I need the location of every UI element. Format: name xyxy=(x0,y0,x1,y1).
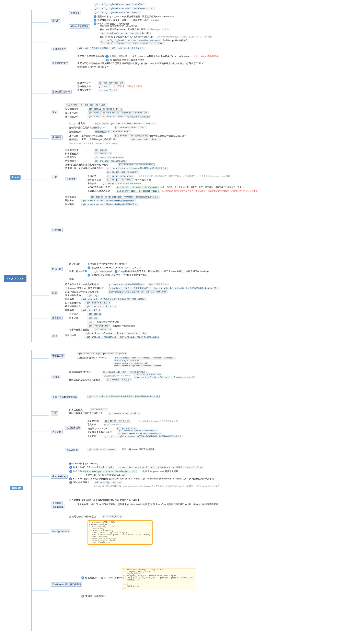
gitignore-exclude: 设置自己已经定制好的排除文件 xyxy=(77,62,109,65)
gitignore-global-label: 设置自己已经定制好的排除文件 xyxy=(77,66,109,68)
remote-daily-label: 日常操作 xyxy=(51,430,63,434)
remote-add-config: 添加远程后自动添加 2 个 config xyxy=(102,374,130,377)
git-log-cmd: git log xyxy=(87,317,98,319)
gitignore-detail2: 2 将 .gitignore 文件加入版本库并提交 xyxy=(106,59,144,62)
merge-no-commit2-label: 后台合并再后后台提交 xyxy=(87,186,110,188)
version-init-label: 初始化版本库 xyxy=(51,47,67,51)
tag-latest-label: 给当前分支最近一次提交添加标签 xyxy=(65,283,99,286)
global-vars-label: 全局变量 xyxy=(69,11,81,15)
status-cmd-label: 当前状态 xyxy=(69,313,78,316)
continue-label: 继续 xyxy=(69,278,74,280)
add-txt-cmd: git add '*.txt' xyxy=(98,89,118,92)
branch-checkout-cmd: git checkout <branchname> xyxy=(94,160,127,162)
checkout-3-label: 撤销所有文件 xyxy=(69,130,83,133)
create-bare-label: 创建一个无本地分支的库 xyxy=(51,395,78,399)
delete-merged-cmd: git branch -d new2 如果分支没有被合并会报告失败 xyxy=(81,199,136,202)
merge-common-label: 普通合并 xyxy=(87,175,96,178)
branch-new-label: 创建新分支 xyxy=(65,156,76,159)
diff-note: 3 追加之后与orig相比 .orig 文件（冲突解决之前的文件备份） xyxy=(87,274,150,276)
export-label: 导出版本库 xyxy=(65,334,76,337)
fetch-default-label: 取到默认的 xyxy=(87,420,99,422)
push-note: 远程没有 master 不能直连当前库 xyxy=(122,448,154,451)
gitk-branch-cmd: gitk <branchname> 查看当前分支历史记录 xyxy=(87,324,135,327)
branch-checkout-label: 切换到分支 xyxy=(65,160,76,162)
pull-label: 相当于 git pull origin xyxy=(87,427,107,430)
mindmap-container: msysGit1.7.1 Local Remote 初始化 全局变量 git c… xyxy=(0,0,358,644)
pull-d-label: 取到所有 xyxy=(87,435,96,438)
clone-repo-label: 克隆版本库 xyxy=(51,354,65,358)
gitk-cmd-row: gitk 查看当前分支历史记录 xyxy=(87,321,119,324)
commit-msg2-cmd: git commit -m 'add msg to readme.txt' re… xyxy=(87,112,149,114)
others-label: 其它 xyxy=(51,334,58,338)
remote-section-label: Remote xyxy=(10,486,23,490)
show-tag-label: 显示标签列表为 xyxy=(65,294,81,297)
add-all-label: 添加所有文件 xyxy=(77,85,91,88)
commit-msg2-label: 提交多个文件 xyxy=(65,112,78,114)
dashboard-note: 进入 Dashboard Tab页，点击 New Reposotory 按钮 免… xyxy=(69,498,140,502)
clone-fetch-config: remote.origin.fetch=+refs/heads/*.refs/r… xyxy=(114,356,176,367)
gitignore-exclude-detail: 设置自己已经定制好的排除文件 git 的obj/exclude 文件 可使程序员… xyxy=(106,62,204,65)
add-all-cmd: git add * 包括子目录，但不包含空目录 xyxy=(98,85,142,88)
ssh-step2: 2 生成 SSH Key xyxy=(69,470,87,473)
archive-cmd: git archive --format=zip head=zip name/i… xyxy=(85,332,147,335)
tag-v1-cmd: 为某个历史提交一次提交创建标签 git tag 1.1.4ef616f65 xyxy=(108,290,168,293)
branch-list-local-label: 列出本地分支 xyxy=(65,149,78,152)
fetch-section-label: 从远程库获取 xyxy=(65,426,81,430)
merge-no-commit-cmd: git merge --no-commit 合并不提交本身 xyxy=(106,178,151,181)
branch-new-cmd: git branch <branchname> xyxy=(94,156,124,159)
clone-remote-section-label: 克隆版本库 xyxy=(51,505,65,509)
commit-cmd-main: git commit -m 'add all txt files' xyxy=(65,104,108,106)
checkout-12-label: 默认1、2个文件 xyxy=(69,122,85,125)
clone-new-note: 进入刚创建，点击 Clone 来这按库钮时，然后使用 git clone 命令到… xyxy=(77,503,218,506)
global-email-cmd: git config --global user.email 'zahufan@… xyxy=(94,7,155,10)
merge-no-commit2-cmd: git merge --no-commit <bran/name> 为何一个名存… xyxy=(116,186,244,188)
reset-label: 撤销提交 xyxy=(69,138,78,141)
reset-note: 不能在当前分支里有不甲常、还原整个工作目个*相当于"" xyxy=(69,142,120,145)
branch-empty2-cmd: git branch emputy2 emputy. xyxy=(106,171,140,173)
commit-msg1-cmd: git commit -m 'some msg' -a xyxy=(87,108,123,110)
fetch-desc1: 例: git fetch origin origin 是远程库的默认名别 xyxy=(138,420,178,422)
gitignore-note1: 设置每个人都能简单操纵的文件 xyxy=(77,55,109,58)
global-user-cmd: git config --global user.name "zhahufan" xyxy=(94,3,145,6)
commit-label: 提交 xyxy=(51,110,58,114)
tag-contacts-cmd: 为 Contacts 分类最后一次提交创建标签 git tag contacts… xyxy=(108,287,220,290)
branch-checkout-b-cmd: git checkout -b <branchname> xyxy=(118,163,155,166)
keygen-desc: 生成的 SSH Key 保存在 C:\Users\chi.ssh xyxy=(85,474,125,476)
branch-tag1-label: 由标签创建分支 xyxy=(65,302,81,304)
list-remote-branch-label: 列出远程分支 xyxy=(69,408,83,411)
delete-tag-label: 删除标签 xyxy=(65,309,74,312)
archive2-cmd: git archive --format=zip --prefix=nb1.0/… xyxy=(85,336,160,338)
daily-ops-label: 日常操作 xyxy=(51,228,63,232)
commit-amend-label: 修补提交文件 xyxy=(65,115,78,118)
revert-note: 相当于该提交最近一次提交之前的操作 xyxy=(149,134,187,137)
checkout-3-cmd: 撤销所有文件 git checkout head. xyxy=(94,130,131,133)
ssh-agent-section-label: 让 ssh-agent 替我们记住密码 xyxy=(51,582,82,586)
branch-empty1-cmd: git branch emputy bfe57de0 用来重置一小历史到新源方便 xyxy=(106,167,168,170)
clone-cmd: git clone <url> 例: git clone d:\git\nb xyxy=(77,352,127,355)
remote-branch-label: 分支 xyxy=(51,412,58,416)
init-bare-cmd: git init --bare 当需要一个公用的中央库时，事先请我创建建 bar… xyxy=(87,395,160,398)
remote-add-config-detail: remote.origin.id=d \usb remote.origin.fe… xyxy=(134,373,196,378)
tag-section-label: 标签 xyxy=(51,291,58,295)
cp-id-cmd: $ cp id_rsa* key_backup /.ssh 默认是 C:\Use… xyxy=(138,466,204,469)
add-txt-label: 添加所有文件 xyxy=(77,89,91,92)
cherry-pick-cmd: git cherry-pick --no-commit fd62b6 ⚠ 注意此… xyxy=(116,190,258,192)
backup-base-note: 1 会生成BACKUP,BASE,LOCAL 和 REMOTE四个文件 xyxy=(87,266,142,269)
conflict-label: 解决冲突 xyxy=(51,267,63,271)
checkout-2-label: 撤销到未提交之前的状态 xyxy=(69,126,94,129)
ssh-keygen-p-label: 把相同定密钥存储到键盘上 xyxy=(69,515,96,518)
commit-amend-cmd: git commit -C head -a --amend 不会产生新的提交历史… xyxy=(87,115,151,118)
delete-force-label: 强制删除 xyxy=(65,203,74,206)
global-color-cmd: git config --global color.ui 'always' xyxy=(94,11,141,14)
git-log-config: 解决 git log 命令中文注释显示（只需 bash 环境如可用） 在 Git… xyxy=(100,36,212,38)
new-repo-section-label: 创建新库 xyxy=(51,501,63,505)
prune-cmd: git remote prune origin. xyxy=(108,412,140,415)
global-editor-note1: 1 配置一个名为GIT_EDITOR 的系统环境变量，设置它的值为 EmEdit… xyxy=(94,15,174,18)
connector-lines xyxy=(0,0,358,644)
checkout-tag2-label: 检出标签的分支 xyxy=(65,305,81,308)
add-single-label: 添加单一文件 xyxy=(77,82,91,84)
merge-common-cmd: git merge <branchname> xyxy=(106,175,135,178)
app-title: msysGit1.7.1 xyxy=(4,275,26,282)
revert-label: 放弃提交 xyxy=(69,134,78,137)
set-output-cmd: set output-meta on set convert-meta off xyxy=(100,32,151,34)
